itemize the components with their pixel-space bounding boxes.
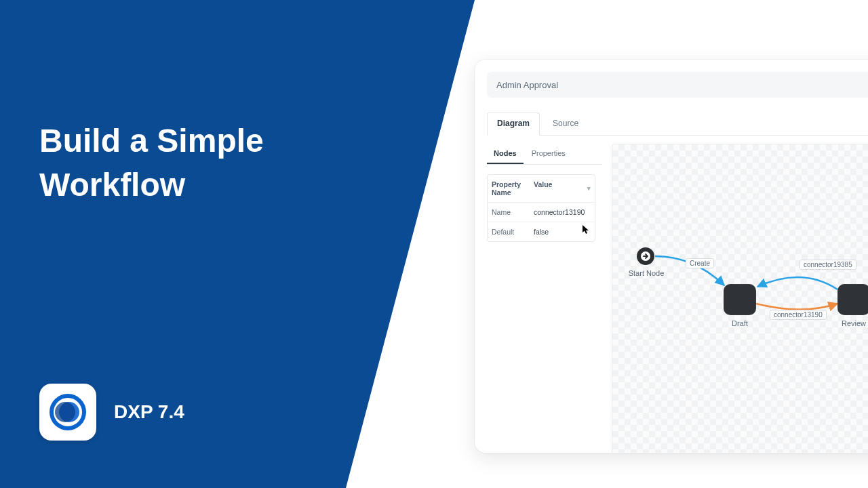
edge-connector19385[interactable] [757, 277, 837, 289]
node-review-label: Review [827, 319, 868, 327]
svg-point-2 [55, 402, 75, 422]
node-start[interactable] [637, 247, 654, 265]
prop-value: connector13190 [530, 203, 595, 222]
connector-label-create[interactable]: Create [686, 258, 714, 268]
connector-label-19385[interactable]: connector19385 [800, 260, 856, 270]
table-header-row: Property Name ▾ Value ▾ [488, 175, 595, 202]
edge-connector13190[interactable] [756, 304, 837, 310]
node-draft[interactable] [724, 284, 756, 315]
page-title: Build a Simple Workflow [39, 119, 264, 207]
product-row: DXP 7.4 [39, 384, 184, 441]
title-line-1: Build a Simple [39, 119, 264, 163]
col-header-value[interactable]: Value ▾ [530, 175, 595, 202]
subtab-nodes[interactable]: Nodes [487, 144, 524, 164]
node-draft-label: Draft [713, 319, 767, 327]
product-name: DXP 7.4 [114, 401, 184, 423]
editor-tabs: Diagram Source [487, 113, 868, 136]
sort-icon: ▾ [587, 185, 591, 192]
product-logo [39, 384, 96, 441]
prop-value: false [530, 222, 595, 241]
liferay-logo-icon [49, 393, 87, 431]
workflow-editor-window: Admin Approval Diagram Source Nodes Prop… [475, 60, 868, 453]
diagram-canvas[interactable]: Start Node Draft Review Create connector… [612, 144, 868, 453]
node-start-label: Start Node [619, 269, 673, 277]
subtab-properties[interactable]: Properties [525, 144, 572, 164]
table-row[interactable]: Name connector13190 [488, 202, 595, 222]
col-header-key[interactable]: Property Name ▾ [488, 175, 530, 202]
tab-diagram[interactable]: Diagram [487, 113, 540, 136]
property-table: Property Name ▾ Value ▾ Name connector13… [487, 174, 595, 242]
title-line-2: Workflow [39, 163, 264, 207]
side-panel: Nodes Properties Property Name ▾ Value ▾ [487, 144, 602, 453]
window-title: Admin Approval [487, 72, 868, 98]
table-row[interactable]: Default false [488, 222, 595, 241]
prop-key: Default [488, 222, 530, 241]
connector-label-13190[interactable]: connector13190 [770, 310, 827, 320]
workspace: Nodes Properties Property Name ▾ Value ▾ [487, 144, 868, 453]
node-review[interactable] [837, 284, 868, 315]
side-tabs: Nodes Properties [487, 144, 602, 165]
prop-key: Name [488, 203, 530, 222]
window-title-text: Admin Approval [496, 80, 558, 90]
cursor-icon [583, 225, 589, 235]
arrow-right-circle-icon [640, 251, 651, 262]
tab-source[interactable]: Source [542, 113, 589, 135]
